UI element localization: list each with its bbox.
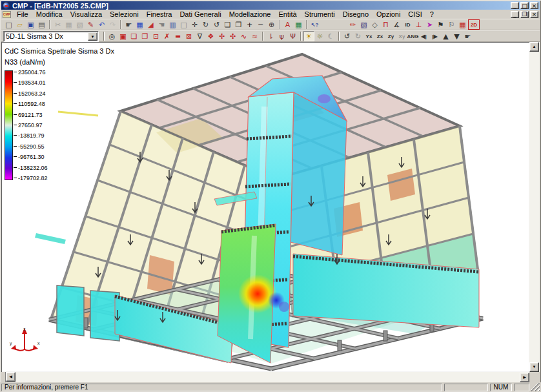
- menu-item-opzioni[interactable]: Opzioni: [373, 10, 404, 19]
- cut-button[interactable]: ✂: [52, 19, 63, 30]
- model-canvas[interactable]: CdC Sismica Spettrale Sisma 3 Dx N33 (da…: [1, 42, 529, 372]
- horizontal-scrollbar[interactable]: ◀ ▶: [1, 372, 529, 382]
- pick-entity-button[interactable]: ☚: [156, 19, 167, 30]
- minimize-button[interactable]: _: [511, 2, 519, 9]
- menu-item-modellazione[interactable]: Modellazione: [225, 10, 275, 19]
- vertical-scrollbar[interactable]: ▲ ▼: [529, 42, 540, 372]
- mdi-restore-button[interactable]: ❐: [520, 11, 529, 18]
- splitter-box[interactable]: [1, 372, 6, 382]
- step-next-button[interactable]: |▶: [429, 31, 440, 41]
- level-up-button[interactable]: ▲: [440, 31, 451, 41]
- menu-item-strumenti[interactable]: Strumenti: [301, 10, 339, 19]
- menu-item-help[interactable]: ?: [426, 10, 438, 19]
- orbit-continuous-button[interactable]: ↺: [342, 31, 352, 41]
- redo-button[interactable]: ↷: [107, 19, 118, 30]
- step-previous-button[interactable]: ◀|: [418, 31, 429, 41]
- menu-item-file[interactable]: File: [13, 10, 32, 19]
- close-button[interactable]: ×: [530, 2, 538, 9]
- select-areas-button[interactable]: ✣: [227, 31, 238, 41]
- view-2d-button[interactable]: 2D: [468, 19, 480, 30]
- view-zx-button[interactable]: Zx: [374, 31, 385, 41]
- node-pointer-button[interactable]: ➤: [424, 19, 435, 30]
- zoom-in-button[interactable]: +: [244, 19, 255, 30]
- local-axes-button[interactable]: ⊥: [413, 19, 424, 30]
- undo-button[interactable]: ↶: [96, 19, 107, 30]
- zoom-previous-button[interactable]: ❐: [233, 19, 244, 30]
- select-shells-button[interactable]: ⊠: [183, 31, 194, 41]
- format-painter-button[interactable]: ✎: [85, 19, 96, 30]
- copy-button[interactable]: ▦: [63, 19, 74, 30]
- select-curve-2-button[interactable]: ≈: [249, 31, 260, 41]
- shaded-view-button[interactable]: ▦: [134, 19, 145, 30]
- select-nodes-button[interactable]: ❖: [205, 31, 216, 41]
- menu-item-visualizza[interactable]: Visualizza: [66, 10, 106, 19]
- save-file-button[interactable]: ▣: [25, 19, 36, 30]
- zoom-cursor-button[interactable]: ◎: [107, 31, 117, 41]
- menu-item-disegno[interactable]: Disegno: [339, 10, 373, 19]
- selection-filter-button[interactable]: ∇: [194, 31, 205, 41]
- view-xy-button[interactable]: Xy: [396, 31, 407, 41]
- resize-grip[interactable]: [531, 383, 540, 391]
- zoom-window-button[interactable]: ❏: [222, 19, 233, 30]
- select-window-button[interactable]: ▣: [117, 31, 128, 41]
- entity-id-button[interactable]: ID: [402, 19, 413, 30]
- diagram-shear-button[interactable]: ψ: [276, 31, 287, 41]
- entity-layers-button[interactable]: ▧: [358, 19, 369, 30]
- measure-angle-button[interactable]: ∡: [391, 19, 402, 30]
- select-crossing-button[interactable]: ❐: [139, 31, 150, 41]
- menu-item-selezioni[interactable]: Selezioni: [106, 10, 143, 19]
- zoom-out-button[interactable]: −: [255, 19, 266, 30]
- scroll-down-icon[interactable]: ▼: [529, 362, 539, 372]
- rotate-view-button[interactable]: ↻: [200, 19, 211, 30]
- select-lines-button[interactable]: ✢: [216, 31, 227, 41]
- scroll-right-icon[interactable]: ▶: [520, 373, 529, 382]
- data-table-button[interactable]: ▦: [293, 19, 304, 30]
- menu-item-entit[interactable]: Entità: [274, 10, 300, 19]
- load-view-2-button[interactable]: ⚐: [446, 19, 457, 30]
- new-file-button[interactable]: □: [3, 19, 14, 30]
- maximize-button[interactable]: □: [520, 2, 529, 9]
- zoom-extents-button[interactable]: ⊕: [266, 19, 277, 30]
- menu-item-finestra[interactable]: Finestra: [143, 10, 176, 19]
- lights-off-button[interactable]: ☾: [325, 31, 336, 41]
- deselect-all-button[interactable]: ✗: [161, 31, 172, 41]
- draw-pen-button[interactable]: ✏: [347, 19, 358, 30]
- pan-view-button[interactable]: ✛: [189, 19, 200, 30]
- select-single-button[interactable]: ⊡: [150, 31, 161, 41]
- view-zy-button[interactable]: Zy: [385, 31, 396, 41]
- context-help-button[interactable]: ↖?: [309, 19, 320, 30]
- diagram-moment-button[interactable]: Ψ: [287, 31, 298, 41]
- select-inside-button[interactable]: ❏: [128, 31, 139, 41]
- orbit-reverse-button[interactable]: ↻: [352, 31, 363, 41]
- mdi-minimize-button[interactable]: _: [511, 11, 519, 18]
- redraw-view-button[interactable]: ◢: [145, 19, 156, 30]
- select-curve-1-button[interactable]: ∿: [238, 31, 249, 41]
- annotation-button[interactable]: A: [282, 19, 293, 30]
- diagram-axial-button[interactable]: ⇂: [265, 31, 276, 41]
- open-folder-button[interactable]: ▱: [14, 19, 25, 30]
- menu-item-modifica[interactable]: Modifica: [32, 10, 66, 19]
- load-view-1-button[interactable]: ⚑: [435, 19, 446, 30]
- new-window-button[interactable]: □: [178, 19, 189, 30]
- orbit-view-button[interactable]: ↺: [211, 19, 222, 30]
- combo-dropdown-icon[interactable]: ▼: [88, 32, 97, 41]
- scroll-up-icon[interactable]: ▲: [529, 42, 539, 52]
- pan-hand-button[interactable]: ☛: [123, 19, 134, 30]
- level-down-button[interactable]: ▼: [451, 31, 462, 41]
- menu-item-cisi[interactable]: CISI: [404, 10, 425, 19]
- paste-button[interactable]: ▧: [74, 19, 85, 30]
- mdi-child-icon[interactable]: CMP: [3, 11, 11, 18]
- section-profile-button[interactable]: Π: [380, 19, 391, 30]
- load-case-combo[interactable]: 5D-1L Sisma 3 Dx ▼: [3, 31, 99, 42]
- mdi-close-button[interactable]: ×: [530, 11, 538, 18]
- print-button[interactable]: ▤: [36, 19, 47, 30]
- pan-drag-button[interactable]: ☛: [462, 31, 473, 41]
- lights-on-button[interactable]: ☀: [303, 31, 314, 41]
- menu-item-dati-generali[interactable]: Dati Generali: [176, 10, 225, 19]
- lights-dim-button[interactable]: ☼: [314, 31, 325, 41]
- wireframe-box-button[interactable]: ◇: [369, 19, 380, 30]
- view-angle-button[interactable]: ANG: [407, 31, 418, 41]
- view-yx-button[interactable]: Yx: [363, 31, 374, 41]
- tile-windows-button[interactable]: ▥: [167, 19, 178, 30]
- select-beams-button[interactable]: ≡: [172, 31, 183, 41]
